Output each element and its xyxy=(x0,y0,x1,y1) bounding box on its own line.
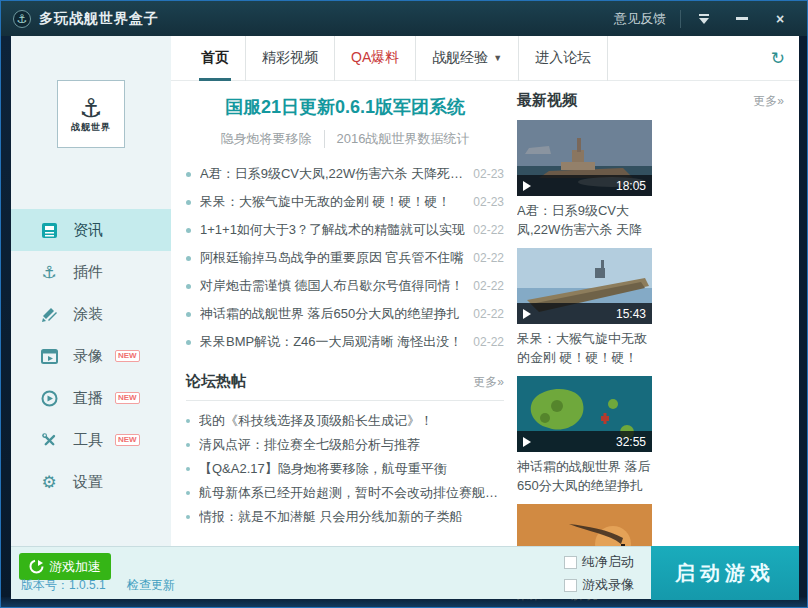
video-caption: A君：日系9级CV大凤,22W伤害六杀 天降死神！ xyxy=(517,201,652,239)
game-boost-label: 游戏加速 xyxy=(49,558,101,576)
new-badge: NEW xyxy=(115,434,140,446)
anchor-icon: ⚓ xyxy=(39,262,59,282)
tab-videos[interactable]: 精彩视频 xyxy=(246,36,335,81)
news-date: 02-22 xyxy=(473,279,504,293)
headline-sublinks: 隐身炮将要移除 2016战舰世界数据统计 xyxy=(186,130,504,148)
news-row[interactable]: 神话霜的战舰世界 落后650分大凤的绝望挣扎02-22 xyxy=(186,300,504,328)
videos-section-header: 最新视频 更多» xyxy=(517,91,784,110)
tools-icon xyxy=(39,430,59,450)
forum-section-header: 论坛热帖 更多» xyxy=(186,372,504,401)
game-logo: ⚓ 战舰世界 xyxy=(57,80,125,148)
forum-post-title: 我的《科技线选择及顶级船长生成记》！ xyxy=(199,412,433,430)
feedback-link[interactable]: 意见反馈 xyxy=(614,10,681,28)
news-row[interactable]: 呆呆BMP解说：Z46一大局观清晰 海怪出没！02-22 xyxy=(186,328,504,356)
news-title: 阿根廷输掉马岛战争的重要原因 官兵管不住嘴 xyxy=(200,249,465,267)
new-badge: NEW xyxy=(115,350,140,362)
live-icon xyxy=(39,388,59,408)
video-overlay: 32:55 xyxy=(517,431,652,452)
video-grid: 18:05 A君：日系9级CV大凤,22W伤害六杀 天降死神！ 15:43 xyxy=(517,120,784,608)
app-title: 多玩战舰世界盒子 xyxy=(39,10,159,28)
sublink[interactable]: 隐身炮将要移除 xyxy=(209,130,324,148)
sidebar-item-news[interactable]: 资讯 xyxy=(11,209,171,251)
videos-more-link[interactable]: 更多» xyxy=(753,93,784,110)
sidebar-item-tools[interactable]: 工具 NEW xyxy=(11,419,171,461)
clean-start-option[interactable]: 纯净启动 xyxy=(564,553,634,571)
play-icon xyxy=(523,181,531,191)
chevron-down-icon: ▼ xyxy=(493,53,502,63)
tab-experience[interactable]: 战舰经验 ▼ xyxy=(416,36,519,81)
film-icon xyxy=(39,346,59,366)
sidebar-menu: 资讯 ⚓ 插件 涂装 录像 NEW xyxy=(11,209,171,503)
main-headline[interactable]: 国服21日更新0.6.1版军团系统 xyxy=(186,95,504,119)
video-duration: 32:55 xyxy=(616,435,646,449)
tab-forum[interactable]: 进入论坛 xyxy=(519,36,608,81)
news-column: 国服21日更新0.6.1版军团系统 隐身炮将要移除 2016战舰世界数据统计 A… xyxy=(186,81,504,608)
video-duration: 15:43 xyxy=(616,307,646,321)
forum-row[interactable]: 航母新体系已经开始超测，暂时不会改动排位赛舰船等 xyxy=(186,481,504,505)
news-row[interactable]: 1+1+1如何大于3？了解战术的精髓就可以实现02-22 xyxy=(186,216,504,244)
forum-post-title: 情报：就是不加潜艇 只会用分线加新的子类船 xyxy=(199,508,463,526)
launch-game-button[interactable]: 启动游戏 xyxy=(651,546,799,600)
tab-home[interactable]: 首页 xyxy=(185,36,246,81)
checkbox-clean-start[interactable] xyxy=(564,556,577,569)
news-row[interactable]: 呆呆：大猴气旋中无敌的金刚 硬！硬！硬！02-23 xyxy=(186,188,504,216)
app-logo-icon: ⚓ xyxy=(13,10,31,28)
video-overlay: 15:43 xyxy=(517,303,652,324)
bullet-icon xyxy=(186,172,191,177)
forum-post-title: 航母新体系已经开始超测，暂时不会改动排位赛舰船等 xyxy=(199,484,504,502)
titlebar: ⚓ 多玩战舰世界盒子 意见反馈 × xyxy=(1,1,807,36)
sidebar-item-plugins[interactable]: ⚓ 插件 xyxy=(11,251,171,293)
bottom-bar: 游戏加速 版本号：1.0.5.1 检查更新 纯净启动 游戏录像 启动游戏 xyxy=(11,546,799,599)
sidebar-item-label: 插件 xyxy=(73,263,103,282)
logo-text: 战舰世界 xyxy=(71,121,111,134)
bullet-icon xyxy=(186,467,190,471)
game-boost-button[interactable]: 游戏加速 xyxy=(19,553,111,580)
refresh-icon[interactable]: ↻ xyxy=(771,48,785,69)
forum-post-title: 清风点评：排位赛全七级船分析与推荐 xyxy=(199,436,420,454)
video-thumbnail: 15:43 xyxy=(517,248,652,324)
sidebar-item-label: 直播 xyxy=(73,389,103,408)
play-icon xyxy=(523,309,531,319)
news-row[interactable]: 阿根廷输掉马岛战争的重要原因 官兵管不住嘴02-22 xyxy=(186,244,504,272)
videos-title: 最新视频 xyxy=(517,91,577,110)
video-caption: 神话霜的战舰世界 落后650分大凤的绝望挣扎 xyxy=(517,457,652,495)
video-card[interactable]: 15:43 呆呆：大猴气旋中无敌的金刚 硬！硬！硬！ xyxy=(517,248,652,367)
bullet-icon xyxy=(186,443,190,447)
bullet-icon xyxy=(186,284,191,289)
video-card[interactable]: 32:55 神话霜的战舰世界 落后650分大凤的绝望挣扎 xyxy=(517,376,652,495)
bullet-icon xyxy=(186,200,191,205)
minimize-icon[interactable] xyxy=(727,8,757,30)
forum-post-title: 【Q&A2.17】隐身炮将要移除，航母重平衡 xyxy=(199,460,447,478)
main-content: 首页 精彩视频 QA爆料 战舰经验 ▼ 进入论坛 ↻ 国服21日更新0.6.1版… xyxy=(171,36,799,546)
game-record-option[interactable]: 游戏录像 xyxy=(564,576,634,594)
sidebar-item-label: 资讯 xyxy=(73,221,103,240)
news-row[interactable]: A君：日系9级CV大凤,22W伤害六杀 天降死神！02-23 xyxy=(186,160,504,188)
skin-dropdown-icon[interactable] xyxy=(689,8,719,30)
forum-row[interactable]: 清风点评：排位赛全七级船分析与推荐 xyxy=(186,433,504,457)
play-icon xyxy=(523,437,531,447)
tab-qa-news[interactable]: QA爆料 xyxy=(335,36,416,81)
version-label: 版本号：1.0.5.1 xyxy=(21,578,106,592)
news-date: 02-22 xyxy=(473,335,504,349)
sidebar-item-live[interactable]: 直播 NEW xyxy=(11,377,171,419)
sidebar-item-replays[interactable]: 录像 NEW xyxy=(11,335,171,377)
sidebar-item-settings[interactable]: ⚙ 设置 xyxy=(11,461,171,503)
media-column: 最新视频 更多» 18:05 A君：日系9级CV大凤,22W伤害六杀 天降死神！ xyxy=(517,81,784,608)
check-update-link[interactable]: 检查更新 xyxy=(127,578,175,592)
news-date: 02-23 xyxy=(473,195,504,209)
checkbox-game-record[interactable] xyxy=(564,579,577,592)
forum-more-link[interactable]: 更多» xyxy=(473,374,504,391)
video-card[interactable]: 18:05 A君：日系9级CV大凤,22W伤害六杀 天降死神！ xyxy=(517,120,652,239)
forum-row[interactable]: 【Q&A2.17】隐身炮将要移除，航母重平衡 xyxy=(186,457,504,481)
news-date: 02-22 xyxy=(473,251,504,265)
sublink[interactable]: 2016战舰世界数据统计 xyxy=(324,130,482,148)
forum-row[interactable]: 我的《科技线选择及顶级船长生成记》！ xyxy=(186,409,504,433)
forum-row[interactable]: 情报：就是不加潜艇 只会用分线加新的子类船 xyxy=(186,505,504,529)
news-row[interactable]: 对岸炮击需谨慎 德国人布吕歇尔号值得同情！02-22 xyxy=(186,272,504,300)
news-title: 1+1+1如何大于3？了解战术的精髓就可以实现 xyxy=(200,221,465,239)
news-title: 对岸炮击需谨慎 德国人布吕歇尔号值得同情！ xyxy=(200,277,465,295)
speed-icon xyxy=(29,559,44,574)
close-icon[interactable]: × xyxy=(765,8,795,30)
news-icon xyxy=(39,220,59,240)
sidebar-item-skins[interactable]: 涂装 xyxy=(11,293,171,335)
